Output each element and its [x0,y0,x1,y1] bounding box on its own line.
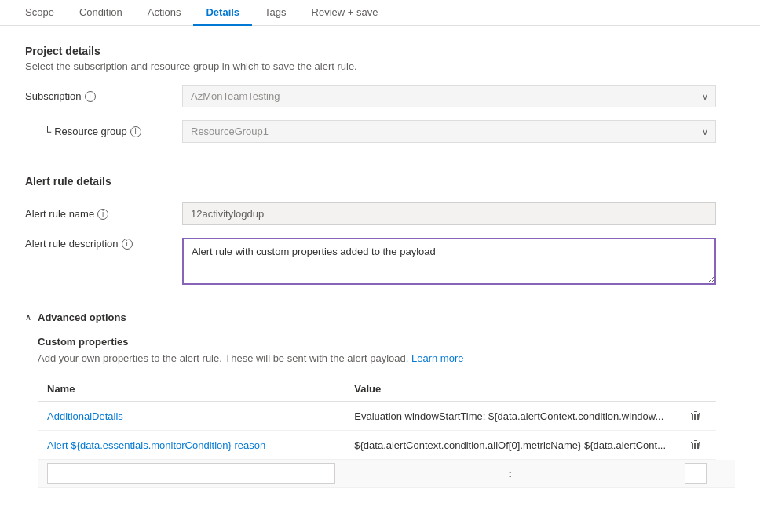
tab-review-save[interactable]: Review + save [299,0,391,26]
custom-properties-table: Name Value AdditionalDetails Evaluation … [38,377,735,488]
trash-icon [689,410,702,422]
tab-condition[interactable]: Condition [67,0,135,26]
alert-rule-name-input[interactable] [182,202,716,225]
resource-group-control: ResourceGroup1 ∨ [182,120,716,143]
tab-actions[interactable]: Actions [135,0,194,26]
new-value-input[interactable] [685,463,707,484]
resource-group-row: └ Resource group i ResourceGroup1 ∨ [25,120,735,143]
advanced-options-title: Advanced options [38,312,126,323]
colon-separator: : [345,460,675,488]
prop-action-cell [675,402,716,431]
trash-icon [689,439,702,451]
project-details-subtitle: Select the subscription and resource gro… [25,60,735,72]
subscription-row: Subscription i AzMonTeamTesting ∨ [25,85,735,107]
alert-rule-name-label: Alert rule name i [25,208,182,220]
delete-property-button[interactable] [685,408,707,424]
alert-rule-details-title: Alert rule details [25,175,735,188]
col-action-header [675,377,716,402]
col-value-header: Value [345,377,675,402]
alert-rule-desc-label: Alert rule description i [25,238,182,250]
alert-rule-desc-textarea[interactable]: Alert rule with custom properties added … [182,238,716,285]
custom-properties-title: Custom properties [38,336,735,348]
alert-rule-name-row: Alert rule name i [25,202,735,225]
resource-group-select[interactable]: ResourceGroup1 [182,120,716,143]
subscription-select-wrapper: AzMonTeamTesting ∨ [182,85,716,107]
col-name-header: Name [38,377,345,402]
main-content: Project details Select the subscription … [0,26,760,507]
nav-tabs: Scope Condition Actions Details Tags Rev… [0,0,760,26]
tab-tags[interactable]: Tags [252,0,298,26]
alert-rule-name-control [182,202,716,225]
subscription-info-icon[interactable]: i [85,91,96,102]
tab-details[interactable]: Details [193,0,252,26]
alert-rule-name-info-icon[interactable]: i [97,209,108,220]
custom-properties-desc: Add your own properties to the alert rul… [38,352,735,364]
alert-rule-desc-control: Alert rule with custom properties added … [182,238,716,287]
new-name-cell [38,460,345,488]
new-property-row: : [38,460,735,488]
new-name-input[interactable] [47,463,335,484]
resource-group-select-wrapper: ResourceGroup1 ∨ [182,120,716,143]
custom-properties-section: Custom properties Add your own propertie… [38,336,735,488]
delete-property-button[interactable] [685,437,707,453]
prop-name-link[interactable]: Alert ${data.essentials.monitorCondition… [47,439,265,451]
resource-group-label: └ Resource group i [25,126,182,137]
advanced-options-chevron-icon: ∧ [25,312,31,322]
resource-group-info-icon[interactable]: i [130,126,141,137]
subscription-control: AzMonTeamTesting ∨ [182,85,716,107]
project-details-title: Project details [25,45,735,57]
prop-value-cell: ${data.alertContext.condition.allOf[0].m… [345,431,675,460]
prop-action-cell [675,431,716,460]
new-action-cell [716,460,735,488]
table-row: Alert ${data.essentials.monitorCondition… [38,431,735,460]
table-row: AdditionalDetails Evaluation windowStart… [38,402,735,431]
prop-name-cell: AdditionalDetails [38,402,345,431]
prop-name-link[interactable]: AdditionalDetails [47,410,123,422]
divider-1 [25,159,735,159]
alert-rule-desc-row: Alert rule description i Alert rule with… [25,238,735,287]
subscription-label: Subscription i [25,90,182,102]
table-header-row: Name Value [38,377,735,402]
tab-scope[interactable]: Scope [13,0,67,26]
advanced-options-header[interactable]: ∧ Advanced options [25,312,735,323]
prop-name-cell: Alert ${data.essentials.monitorCondition… [38,431,345,460]
learn-more-link[interactable]: Learn more [411,352,463,364]
new-value-cell [675,460,716,488]
subscription-select[interactable]: AzMonTeamTesting [182,85,716,107]
alert-rule-desc-info-icon[interactable]: i [122,239,133,250]
prop-value-cell: Evaluation windowStartTime: ${data.alert… [345,402,675,431]
